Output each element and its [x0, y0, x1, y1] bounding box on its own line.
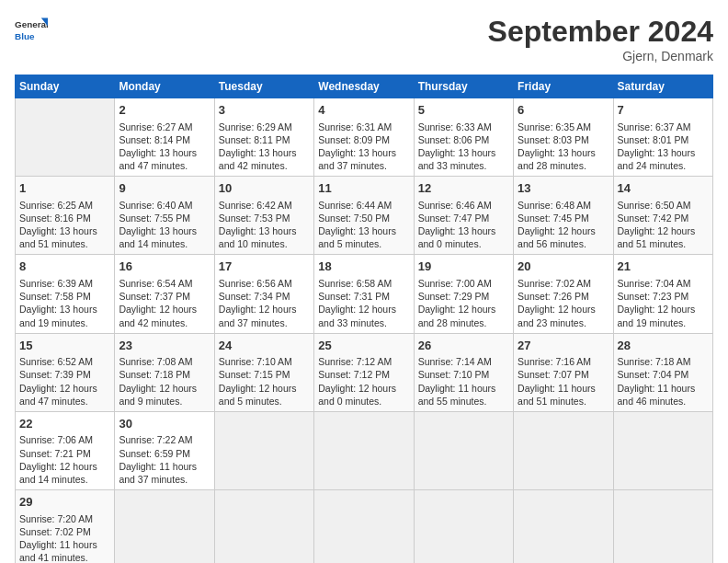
calendar-cell: 9Sunrise: 6:40 AMSunset: 7:55 PMDaylight… [115, 177, 214, 255]
day-info: and 37 minutes. [318, 159, 409, 172]
day-info: and 24 minutes. [618, 159, 709, 172]
calendar-cell: 6Sunrise: 6:35 AMSunset: 8:03 PMDaylight… [514, 98, 613, 177]
day-info: Sunset: 7:04 PM [618, 368, 709, 381]
calendar-cell: 2Sunrise: 6:27 AMSunset: 8:14 PMDaylight… [115, 98, 214, 177]
calendar-cell: 4Sunrise: 6:31 AMSunset: 8:09 PMDaylight… [314, 98, 414, 177]
col-header-saturday: Saturday [613, 75, 712, 98]
svg-text:General: General [15, 19, 48, 29]
day-info: Daylight: 12 hours [119, 382, 210, 395]
day-number: 30 [119, 416, 210, 432]
calendar-cell: 13Sunrise: 6:48 AMSunset: 7:45 PMDayligh… [514, 177, 613, 255]
day-info: Daylight: 11 hours [119, 460, 210, 473]
day-info: Daylight: 13 hours [19, 224, 110, 237]
day-info: Daylight: 12 hours [19, 460, 110, 473]
day-info: and 19 minutes. [618, 316, 709, 329]
day-info: Sunset: 7:45 PM [518, 212, 609, 224]
calendar-cell: 10Sunrise: 6:42 AMSunset: 7:53 PMDayligh… [214, 177, 313, 255]
day-number: 26 [418, 338, 509, 354]
day-number: 4 [318, 102, 409, 119]
day-info: Daylight: 11 hours [518, 382, 609, 395]
day-number: 19 [418, 259, 509, 275]
page-header: General Blue September 2024 Gjern, Denma… [15, 15, 713, 63]
calendar-cell: 12Sunrise: 6:46 AMSunset: 7:47 PMDayligh… [414, 177, 513, 255]
calendar-cell [414, 411, 513, 489]
calendar-cell: 15Sunrise: 6:52 AMSunset: 7:39 PMDayligh… [16, 333, 115, 411]
day-info: Daylight: 11 hours [19, 538, 110, 551]
day-info: and 51 minutes. [19, 237, 110, 250]
day-info: Sunrise: 6:46 AM [418, 199, 509, 212]
day-info: Sunrise: 6:39 AM [19, 277, 110, 290]
day-info: Sunrise: 6:56 AM [219, 277, 310, 290]
calendar-cell [314, 411, 414, 489]
col-header-thursday: Thursday [414, 75, 513, 98]
day-info: Sunrise: 6:44 AM [318, 199, 409, 212]
day-info: and 5 minutes. [318, 237, 409, 250]
calendar-cell: 11Sunrise: 6:44 AMSunset: 7:50 PMDayligh… [314, 177, 414, 255]
day-number: 13 [518, 180, 609, 197]
day-info: Daylight: 12 hours [618, 224, 709, 237]
day-info: Daylight: 12 hours [518, 224, 609, 237]
day-info: and 56 minutes. [518, 237, 609, 250]
day-info: Sunset: 8:11 PM [219, 133, 310, 146]
day-number: 24 [219, 338, 310, 354]
day-info: Daylight: 12 hours [318, 303, 409, 316]
day-info: and 0 minutes. [418, 237, 509, 250]
day-info: Daylight: 13 hours [219, 146, 310, 159]
logo: General Blue [15, 15, 48, 48]
calendar-cell: 18Sunrise: 6:58 AMSunset: 7:31 PMDayligh… [314, 255, 414, 333]
day-info: and 9 minutes. [119, 395, 210, 408]
day-info: and 42 minutes. [219, 159, 310, 172]
day-number: 5 [418, 102, 509, 119]
logo-icon: General Blue [15, 15, 48, 48]
day-info: and 37 minutes. [219, 316, 310, 329]
day-number: 11 [318, 180, 409, 197]
day-info: Sunset: 7:23 PM [618, 290, 709, 303]
day-info: Sunset: 7:31 PM [318, 290, 409, 303]
day-info: Sunrise: 6:48 AM [518, 199, 609, 212]
calendar-cell [514, 490, 613, 563]
day-info: and 42 minutes. [119, 316, 210, 329]
calendar-cell: 24Sunrise: 7:10 AMSunset: 7:15 PMDayligh… [214, 333, 313, 411]
day-info: Sunset: 7:18 PM [119, 368, 210, 381]
col-header-sunday: Sunday [16, 75, 115, 98]
day-info: and 5 minutes. [219, 395, 310, 408]
day-info: Sunrise: 6:58 AM [318, 277, 409, 290]
day-info: Sunset: 7:10 PM [418, 368, 509, 381]
day-info: Sunset: 6:59 PM [119, 447, 210, 460]
calendar-cell [16, 98, 115, 177]
col-header-tuesday: Tuesday [214, 75, 313, 98]
day-info: Sunset: 7:12 PM [318, 368, 409, 381]
day-info: Sunset: 8:14 PM [119, 133, 210, 146]
col-header-monday: Monday [115, 75, 214, 98]
day-info: and 10 minutes. [219, 237, 310, 250]
calendar-cell: 22Sunrise: 7:06 AMSunset: 7:21 PMDayligh… [16, 411, 115, 489]
day-info: Daylight: 13 hours [119, 224, 210, 237]
calendar-cell [613, 411, 712, 489]
day-info: Daylight: 12 hours [418, 303, 509, 316]
day-number: 3 [219, 102, 310, 119]
day-number: 10 [219, 180, 310, 197]
day-number: 2 [119, 102, 210, 119]
day-info: Daylight: 13 hours [318, 224, 409, 237]
day-info: Sunset: 7:21 PM [19, 447, 110, 460]
day-info: Daylight: 13 hours [119, 146, 210, 159]
day-info: and 51 minutes. [618, 237, 709, 250]
calendar-cell [214, 490, 313, 563]
day-info: and 14 minutes. [119, 237, 210, 250]
calendar-cell: 14Sunrise: 6:50 AMSunset: 7:42 PMDayligh… [613, 177, 712, 255]
calendar-cell [314, 490, 414, 563]
day-info: and 33 minutes. [418, 159, 509, 172]
day-info: and 37 minutes. [119, 473, 210, 486]
day-number: 15 [19, 338, 110, 354]
day-info: Sunrise: 7:14 AM [418, 355, 509, 368]
calendar-cell: 26Sunrise: 7:14 AMSunset: 7:10 PMDayligh… [414, 333, 513, 411]
day-info: Daylight: 12 hours [219, 303, 310, 316]
day-number: 28 [618, 338, 709, 354]
calendar-cell [613, 490, 712, 563]
day-info: Sunset: 8:03 PM [518, 133, 609, 146]
day-info: Sunset: 7:07 PM [518, 368, 609, 381]
day-info: and 47 minutes. [19, 395, 110, 408]
day-info: Daylight: 11 hours [618, 382, 709, 395]
day-number: 21 [618, 259, 709, 275]
day-info: and 28 minutes. [518, 159, 609, 172]
